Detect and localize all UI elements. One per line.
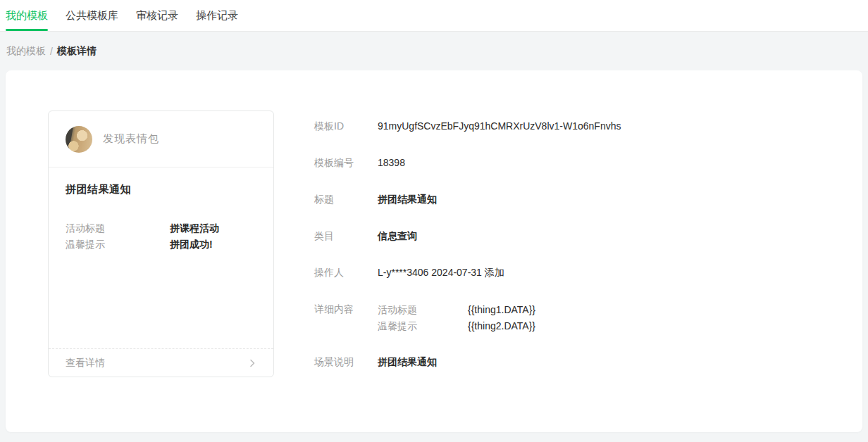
detail-label: 模板编号 xyxy=(314,156,378,170)
content-kv-list: 活动标题 {{thing1.DATA}} 温馨提示 {{thing2.DATA}… xyxy=(378,302,535,334)
preview-field-row: 活动标题 拼课程活动 xyxy=(66,220,256,236)
detail-label: 标题 xyxy=(314,192,378,206)
account-avatar xyxy=(66,126,92,153)
tab-audit-records[interactable]: 审核记录 xyxy=(136,0,178,31)
title-value: 拼团结果通知 xyxy=(378,192,437,206)
preview-field-label: 活动标题 xyxy=(66,220,170,236)
template-preview-card: 发现表情包 拼团结果通知 活动标题 拼课程活动 温馨提示 拼团成功! 查看详情 xyxy=(48,110,274,377)
preview-card-body: 拼团结果通知 活动标题 拼课程活动 温馨提示 拼团成功! xyxy=(49,168,273,253)
view-details-label: 查看详情 xyxy=(66,357,105,370)
view-details-button[interactable]: 查看详情 xyxy=(49,348,273,377)
template-number-value: 18398 xyxy=(378,156,405,170)
breadcrumb-parent-link[interactable]: 我的模板 xyxy=(6,45,46,58)
account-name: 发现表情包 xyxy=(103,132,159,146)
detail-label: 模板ID xyxy=(314,119,378,133)
detail-row-template-number: 模板编号 18398 xyxy=(314,156,836,170)
detail-row-content: 详细内容 活动标题 {{thing1.DATA}} 温馨提示 {{thing2.… xyxy=(314,302,836,334)
content-kv-row: 活动标题 {{thing1.DATA}} xyxy=(378,302,535,318)
content-key: 温馨提示 xyxy=(378,318,468,334)
template-detail-fields: 模板ID 91myUgfSCvzEbFJyq91hCMRXrUzV8lv1-W1… xyxy=(314,119,836,391)
tab-my-templates[interactable]: 我的模板 xyxy=(6,0,48,31)
template-id-value: 91myUgfSCvzEbFJyq91hCMRXrUzV8lv1-W1o6nFn… xyxy=(378,119,621,133)
content-key: 活动标题 xyxy=(378,302,468,318)
top-tab-bar: 我的模板 公共模板库 审核记录 操作记录 xyxy=(0,0,868,32)
breadcrumb-separator: / xyxy=(50,46,53,57)
detail-row-operator: 操作人 L-y****3406 2024-07-31 添加 xyxy=(314,265,836,279)
tab-public-template-library[interactable]: 公共模板库 xyxy=(66,0,118,31)
operator-value: L-y****3406 2024-07-31 添加 xyxy=(378,265,504,279)
preview-field-value: 拼课程活动 xyxy=(170,220,219,236)
detail-label: 详细内容 xyxy=(314,302,378,334)
preview-field-row: 温馨提示 拼团成功! xyxy=(66,236,256,253)
detail-row-scene: 场景说明 拼团结果通知 xyxy=(314,355,836,369)
breadcrumb: 我的模板 / 模板详情 xyxy=(0,32,868,70)
detail-label: 类目 xyxy=(314,229,378,243)
detail-label: 场景说明 xyxy=(314,355,378,369)
preview-fields: 活动标题 拼课程活动 温馨提示 拼团成功! xyxy=(66,220,256,253)
template-detail-panel: 发现表情包 拼团结果通知 活动标题 拼课程活动 温馨提示 拼团成功! 查看详情 xyxy=(6,70,862,432)
content-kv-row: 温馨提示 {{thing2.DATA}} xyxy=(378,318,535,334)
detail-row-category: 类目 信息查询 xyxy=(314,229,836,243)
preview-title: 拼团结果通知 xyxy=(66,183,256,196)
scene-value: 拼团结果通知 xyxy=(378,355,437,369)
preview-card-header: 发现表情包 xyxy=(49,111,273,168)
content-value: {{thing1.DATA}} xyxy=(468,302,535,318)
breadcrumb-current: 模板详情 xyxy=(57,45,97,58)
detail-row-template-id: 模板ID 91myUgfSCvzEbFJyq91hCMRXrUzV8lv1-W1… xyxy=(314,119,836,133)
preview-field-label: 温馨提示 xyxy=(66,236,170,253)
detail-label: 操作人 xyxy=(314,265,378,279)
category-value: 信息查询 xyxy=(378,229,417,243)
detail-row-title: 标题 拼团结果通知 xyxy=(314,192,836,206)
preview-field-value: 拼团成功! xyxy=(170,236,213,253)
tab-operation-records[interactable]: 操作记录 xyxy=(196,0,238,31)
chevron-right-icon xyxy=(248,359,256,367)
content-value: {{thing2.DATA}} xyxy=(468,318,535,334)
